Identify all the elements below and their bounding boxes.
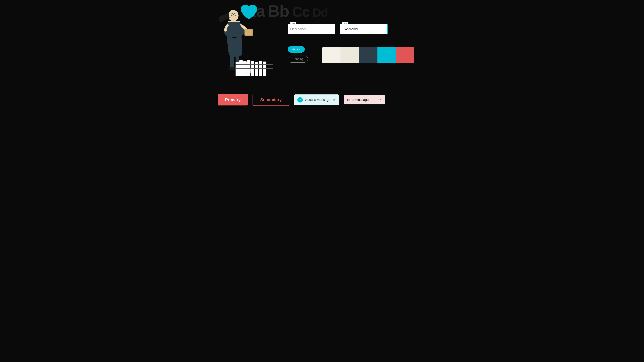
- input-default-field[interactable]: [288, 24, 336, 34]
- fence-bar: [247, 60, 250, 76]
- success-message-text: Sucess message: [305, 98, 330, 102]
- input-focused: Label: [340, 24, 388, 34]
- fence: [236, 60, 266, 76]
- badge-pending[interactable]: Pending: [288, 55, 308, 62]
- svg-rect-5: [228, 22, 240, 37]
- color-palette: [322, 47, 414, 63]
- svg-rect-7: [245, 29, 252, 35]
- palette-swatch-4: [378, 47, 396, 63]
- inputs-section: Label Label: [288, 24, 388, 34]
- illustration: [216, 3, 288, 77]
- success-icon: ✓: [298, 97, 303, 102]
- bottom-section: Primary Secondary ✓ Sucess message × Err…: [218, 94, 426, 106]
- error-alert: Error message ×: [344, 95, 385, 104]
- success-close-button[interactable]: ×: [332, 98, 336, 102]
- palette-swatch-3: [359, 47, 378, 63]
- success-alert: ✓ Sucess message ×: [294, 94, 339, 105]
- type-dd: Dd: [312, 6, 328, 19]
- input-default: Label: [288, 24, 336, 34]
- svg-rect-11: [230, 54, 234, 68]
- fence-bar: [240, 60, 243, 76]
- error-close-button[interactable]: ×: [379, 98, 382, 102]
- svg-point-0: [228, 10, 238, 21]
- error-message-text: Error message: [347, 98, 376, 102]
- primary-button[interactable]: Primary: [218, 94, 248, 105]
- badge-active[interactable]: Active: [288, 46, 305, 52]
- secondary-button[interactable]: Secondary: [252, 94, 289, 106]
- type-cc: Cc: [292, 4, 310, 20]
- fence-rail: [236, 64, 273, 65]
- fence-rail: [236, 68, 273, 69]
- input-default-label: Label: [290, 22, 296, 24]
- palette-swatch-2: [340, 47, 359, 63]
- palette-swatch-5: [396, 47, 414, 63]
- input-focused-field[interactable]: [340, 24, 388, 34]
- badges-section: Active Pending: [288, 46, 308, 62]
- input-focused-label: Label: [342, 22, 348, 24]
- palette-swatch-1: [322, 47, 340, 63]
